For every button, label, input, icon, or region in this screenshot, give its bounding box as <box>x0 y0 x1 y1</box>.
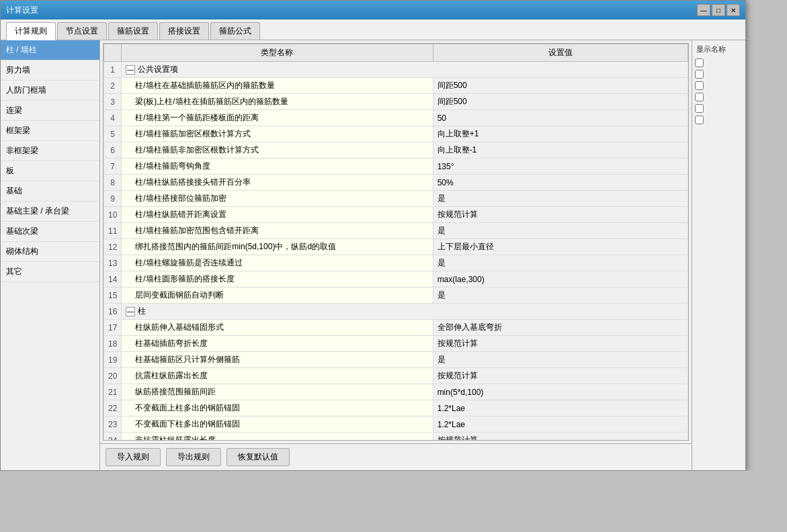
row-setting-value[interactable]: 按规范计算 <box>433 207 688 223</box>
tab-calc-rules[interactable]: 计算规则 <box>6 22 56 40</box>
table-row[interactable]: 23不变截面下柱多出的钢筋锚固1.2*Lae <box>104 416 688 433</box>
reset-defaults-button[interactable]: 恢复默认值 <box>226 448 290 466</box>
checkbox-1[interactable] <box>695 58 704 67</box>
row-setting-value[interactable]: 向上取整-1 <box>433 142 688 159</box>
checkbox-2[interactable] <box>695 70 704 79</box>
table-row[interactable]: 18柱基础插筋弯折长度按规范计算 <box>104 336 688 352</box>
tab-splice-settings[interactable]: 搭接设置 <box>159 22 209 40</box>
main-window: 计算设置 — □ ✕ 计算规则 节点设置 箍筋设置 搭接设置 箍筋公式 柱 / … <box>0 0 746 471</box>
checkbox-3[interactable] <box>695 81 704 90</box>
table-row[interactable]: 12绑扎搭接范围内的箍筋间距min(5d,100)中，纵筋d的取值上下层最小直径 <box>104 239 688 255</box>
table-row[interactable]: 11柱/墙柱箍筋加密范围包含错开距离是 <box>104 223 688 239</box>
table-row[interactable]: 16—柱 <box>104 304 688 320</box>
row-number: 2 <box>104 78 122 94</box>
table-row[interactable]: 1—公共设置项 <box>104 62 688 78</box>
row-number: 21 <box>104 384 122 400</box>
sidebar-item-shear-wall[interactable]: 剪力墙 <box>1 60 99 81</box>
row-setting-name: 非抗震柱纵筋露出长度 <box>122 433 433 441</box>
table-row[interactable]: 8柱/墙柱纵筋搭接接头错开百分率50% <box>104 175 688 191</box>
table-row[interactable]: 6柱/墙柱箍筋非加密区根数计算方式向上取整-1 <box>104 142 688 159</box>
sidebar-item-other[interactable]: 其它 <box>1 262 99 282</box>
row-setting-value[interactable]: 向上取整+1 <box>433 126 688 142</box>
sidebar-item-civil-defense[interactable]: 人防门框墙 <box>1 81 99 101</box>
tab-stirrup-formula[interactable]: 箍筋公式 <box>210 22 260 40</box>
table-row[interactable]: 17柱纵筋伸入基础锚固形式全部伸入基底弯折 <box>104 320 688 336</box>
row-setting-value[interactable]: 50 <box>433 110 688 126</box>
row-setting-value[interactable]: 按规范计算 <box>433 368 688 384</box>
checkbox-row-5 <box>695 104 704 113</box>
checkbox-4[interactable] <box>695 93 704 101</box>
row-setting-value[interactable]: 按规范计算 <box>433 336 688 352</box>
table-row[interactable]: 3梁(板)上柱/墙柱在插筋箍筋区内的箍筋数量间距500 <box>104 94 688 110</box>
row-setting-value[interactable]: 按规范计算 <box>433 433 688 441</box>
row-setting-value[interactable]: min(5*d,100) <box>433 384 688 400</box>
row-number: 15 <box>104 287 122 304</box>
checkbox-5[interactable] <box>695 104 704 113</box>
sidebar-item-non-frame-beam[interactable]: 非框架梁 <box>1 141 99 161</box>
table-row[interactable]: 4柱/墙柱第一个箍筋距楼板面的距离50 <box>104 110 688 126</box>
row-setting-value[interactable]: 上下层最小直径 <box>433 239 688 255</box>
table-row[interactable]: 9柱/墙柱搭接部位箍筋加密是 <box>104 191 688 207</box>
collapse-button[interactable]: — <box>126 65 135 75</box>
table-row[interactable]: 7柱/墙柱箍筋弯钩角度135° <box>104 159 688 175</box>
right-panel-label: 显示名称 <box>695 43 727 56</box>
table-row[interactable]: 20抗震柱纵筋露出长度按规范计算 <box>104 368 688 384</box>
sidebar-item-column-wall[interactable]: 柱 / 墙柱 <box>1 40 99 60</box>
row-number: 4 <box>104 110 122 126</box>
row-setting-value[interactable]: max(lae,300) <box>433 271 688 287</box>
table-row[interactable]: 22不变截面上柱多出的钢筋锚固1.2*Lae <box>104 400 688 416</box>
checkbox-6[interactable] <box>695 116 704 124</box>
table-row[interactable]: 10柱/墙柱纵筋错开距离设置按规范计算 <box>104 207 688 223</box>
checkbox-row-1 <box>695 58 704 67</box>
row-number: 12 <box>104 239 122 255</box>
table-row[interactable]: 24非抗震柱纵筋露出长度按规范计算 <box>104 433 688 441</box>
table-row[interactable]: 5柱/墙柱箍筋加密区根数计算方式向上取整+1 <box>104 126 688 142</box>
restore-button[interactable]: □ <box>712 4 725 16</box>
settings-table-container[interactable]: 类型名称 设置值 1—公共设置项2柱/墙柱在基础插筋箍筋区内的箍筋数量间距500… <box>103 43 689 441</box>
minimize-button[interactable]: — <box>697 4 710 16</box>
section-label: 公共设置项 <box>138 64 178 74</box>
sidebar-item-coupling-beam[interactable]: 连梁 <box>1 101 99 121</box>
row-number: 10 <box>104 207 122 223</box>
row-setting-value[interactable]: 是 <box>433 255 688 271</box>
export-rules-button[interactable]: 导出规则 <box>166 448 221 466</box>
sidebar-item-foundation-main-beam[interactable]: 基础主梁 / 承台梁 <box>1 202 99 222</box>
close-button[interactable]: ✕ <box>727 4 740 16</box>
tab-stirrup-settings[interactable]: 箍筋设置 <box>108 22 158 40</box>
import-rules-button[interactable]: 导入规则 <box>106 448 161 466</box>
row-setting-name: 柱纵筋伸入基础锚固形式 <box>122 320 433 336</box>
sidebar-item-foundation-secondary-beam[interactable]: 基础次梁 <box>1 222 99 242</box>
table-row[interactable]: 19柱基础箍筋区只计算外侧箍筋是 <box>104 352 688 368</box>
row-number: 8 <box>104 175 122 191</box>
row-setting-value[interactable]: 1.2*Lae <box>433 400 688 416</box>
sidebar-item-frame-beam[interactable]: 框架梁 <box>1 121 99 141</box>
row-setting-name: 柱/墙柱圆形箍筋的搭接长度 <box>122 271 433 287</box>
table-row[interactable]: 2柱/墙柱在基础插筋箍筋区内的箍筋数量间距500 <box>104 78 688 94</box>
row-number: 7 <box>104 159 122 175</box>
footer-bar: 导入规则 导出规则 恢复默认值 <box>100 443 692 470</box>
table-row[interactable]: 14柱/墙柱圆形箍筋的搭接长度max(lae,300) <box>104 271 688 287</box>
col-name-header: 类型名称 <box>122 44 433 62</box>
sidebar-item-foundation[interactable]: 基础 <box>1 181 99 202</box>
table-row[interactable]: 21纵筋搭接范围箍筋间距min(5*d,100) <box>104 384 688 400</box>
sidebar-item-masonry[interactable]: 砌体结构 <box>1 242 99 262</box>
row-setting-value[interactable]: 50% <box>433 175 688 191</box>
row-setting-value[interactable]: 间距500 <box>433 94 688 110</box>
row-setting-value[interactable]: 1.2*Lae <box>433 416 688 433</box>
content-area: 柱 / 墙柱 剪力墙 人防门框墙 连梁 框架梁 非框架梁 板 基础 基础主梁 /… <box>1 40 745 470</box>
row-setting-value[interactable]: 是 <box>433 287 688 304</box>
collapse-button[interactable]: — <box>126 307 135 316</box>
tab-node-settings[interactable]: 节点设置 <box>57 22 107 40</box>
table-row[interactable]: 15层间变截面钢筋自动判断是 <box>104 287 688 304</box>
table-row[interactable]: 13柱/墙柱螺旋箍筋是否连续通过是 <box>104 255 688 271</box>
row-setting-value[interactable]: 间距500 <box>433 78 688 94</box>
row-setting-value[interactable]: 是 <box>433 191 688 207</box>
row-setting-name: 不变截面下柱多出的钢筋锚固 <box>122 416 433 433</box>
row-setting-value[interactable]: 全部伸入基底弯折 <box>433 320 688 336</box>
sidebar-item-slab[interactable]: 板 <box>1 161 99 181</box>
title-bar: 计算设置 — □ ✕ <box>1 1 745 19</box>
row-setting-value[interactable]: 是 <box>433 223 688 239</box>
row-setting-value[interactable]: 是 <box>433 352 688 368</box>
row-setting-value[interactable]: 135° <box>433 159 688 175</box>
row-number: 18 <box>104 336 122 352</box>
